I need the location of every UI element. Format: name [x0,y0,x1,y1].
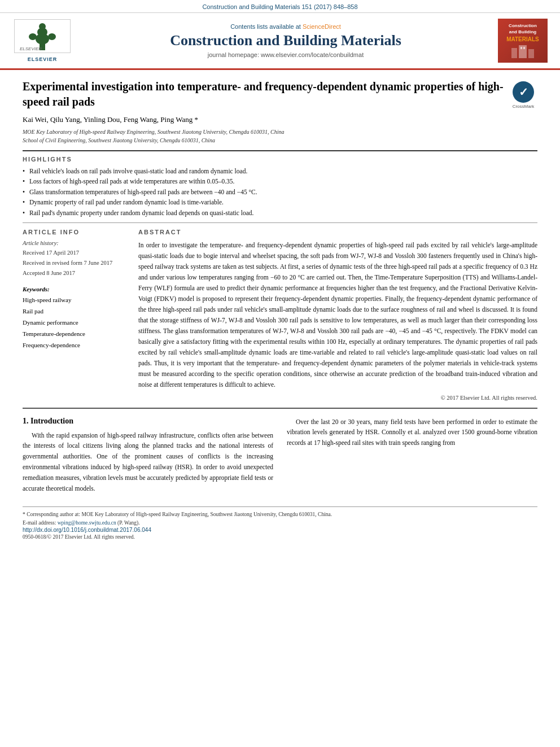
keyword-2: Rail pad [23,306,127,317]
svg-rect-7 [511,48,517,58]
highlight-item-3: Glass transformation temperatures of hig… [23,187,537,197]
received-revised-date: Received in revised form 7 June 2017 [23,258,127,268]
divider-thick [23,150,537,151]
top-bar: Construction and Building Materials 151 … [0,0,560,13]
elsevier-wordmark: ELSEVIER [28,56,58,62]
main-content: Experimental investigation into temperat… [0,70,560,550]
article-info-abstract: ARTICLE INFO Article history: Received 1… [23,229,537,401]
affiliations: MOE Key Laboratory of High-speed Railway… [23,128,537,145]
crossmark-badge: ✓ CrossMark [509,81,537,109]
highlight-item-4: Dynamic property of rail pad under rando… [23,197,537,207]
logo-subtitle: MATERIALS [506,36,539,42]
footnote-area: * Corresponding author at: MOE Key Labor… [23,506,537,541]
journal-logo-box: Constructionand Building MATERIALS [498,19,548,63]
science-direct-link[interactable]: ScienceDirect [303,23,341,30]
svg-point-5 [48,33,56,40]
authors-text: Kai Wei, Qilu Yang, Yinling Dou, Feng Wa… [23,115,198,124]
svg-rect-8 [519,45,527,58]
body-paragraph-1: With the rapid expansion of high-speed r… [23,430,273,495]
elsevier-logo-box: ELSEVIER [14,19,71,53]
journal-center: Contents lists available at ScienceDirec… [73,23,498,58]
svg-point-4 [29,33,37,40]
crossmark-label: CrossMark [513,104,535,109]
science-direct-info: Contents lists available at ScienceDirec… [85,23,487,30]
introduction-heading: 1. Introduction [23,417,273,426]
logo-title: Constructionand Building [509,23,537,35]
body-section: 1. Introduction With the rapid expansion… [23,408,537,499]
article-title: Experimental investigation into temperat… [23,79,504,110]
abstract-col: ABSTRACT In order to investigate the tem… [138,229,537,401]
crossmark-icon: ✓ [513,81,534,103]
affiliation-2: School of Civil Engineering, Southwest J… [23,136,537,145]
journal-reference: Construction and Building Materials 151 … [202,3,357,10]
authors-line: Kai Wei, Qilu Yang, Yinling Dou, Feng Wa… [23,115,537,124]
highlight-item-2: Loss factors of high-speed rail pads at … [23,176,537,186]
svg-rect-9 [528,49,534,58]
issn-text: 0950-0618/© 2017 Elsevier Ltd. All right… [23,533,537,541]
email-link[interactable]: wping@home.swjtu.edu.cn [58,520,116,526]
journal-homepage: journal homepage: www.elsevier.com/locat… [85,51,487,58]
highlight-item-5: Rail pad's dynamic property under random… [23,208,537,218]
svg-text:ELSEVIER: ELSEVIER [20,46,42,51]
footnote-corresponding: * Corresponding author at: MOE Key Labor… [23,510,537,518]
article-info-title: ARTICLE INFO [23,229,127,235]
body-col-right: Over the last 20 or 30 years, many field… [287,417,537,499]
journal-header: ELSEVIER ELSEVIER Contents lists availab… [0,13,560,70]
keyword-5: Frequency-dependence [23,340,127,351]
journal-title: Construction and Building Materials [85,32,487,49]
intro-para-2: Over the last 20 or 30 years, many field… [287,417,537,449]
received-date: Received 17 April 2017 [23,248,127,258]
body-col-left: 1. Introduction With the rapid expansion… [23,417,273,499]
keyword-4: Temperature-dependence [23,329,127,340]
divider-1 [23,222,537,223]
article-title-section: Experimental investigation into temperat… [23,79,537,110]
copyright-line: © 2017 Elsevier Ltd. All rights reserved… [138,395,537,401]
keywords-title: Keywords: [23,286,127,292]
footnote-email: E-mail address: wping@home.swjtu.edu.cn … [23,519,537,527]
highlights-section: HIGHLIGHTS Rail vehicle's loads on rail … [23,156,537,218]
intro-para-1: With the rapid expansion of high-speed r… [23,430,273,495]
keywords-section: Keywords: High-speed railway Rail pad Dy… [23,286,127,351]
elsevier-logo: ELSEVIER ELSEVIER [11,19,73,62]
journal-logo-right: Constructionand Building MATERIALS [498,19,549,63]
affiliation-1: MOE Key Laboratory of High-speed Railway… [23,128,537,136]
abstract-text: In order to investigate the temperature-… [138,240,537,390]
page-wrapper: Construction and Building Materials 151 … [0,0,560,747]
keyword-3: Dynamic performance [23,317,127,329]
logo-building-icon [509,42,537,58]
svg-point-3 [39,23,46,30]
svg-rect-11 [523,47,525,49]
svg-rect-10 [520,47,522,49]
accepted-date: Accepted 8 June 2017 [23,268,127,278]
keyword-1: High-speed railway [23,295,127,306]
body-two-col: 1. Introduction With the rapid expansion… [23,417,537,499]
highlights-label: HIGHLIGHTS [23,156,537,163]
body-paragraph-2: Over the last 20 or 30 years, many field… [287,417,537,449]
highlight-item-1: Rail vehicle's loads on rail pads involv… [23,166,537,176]
article-info-col: ARTICLE INFO Article history: Received 1… [23,229,127,401]
article-history-label: Article history: [23,240,127,246]
doi-link[interactable]: http://dx.doi.org/10.1016/j.conbuildmat.… [23,527,537,533]
abstract-title: ABSTRACT [138,229,537,235]
elsevier-tree-icon: ELSEVIER [17,21,68,52]
